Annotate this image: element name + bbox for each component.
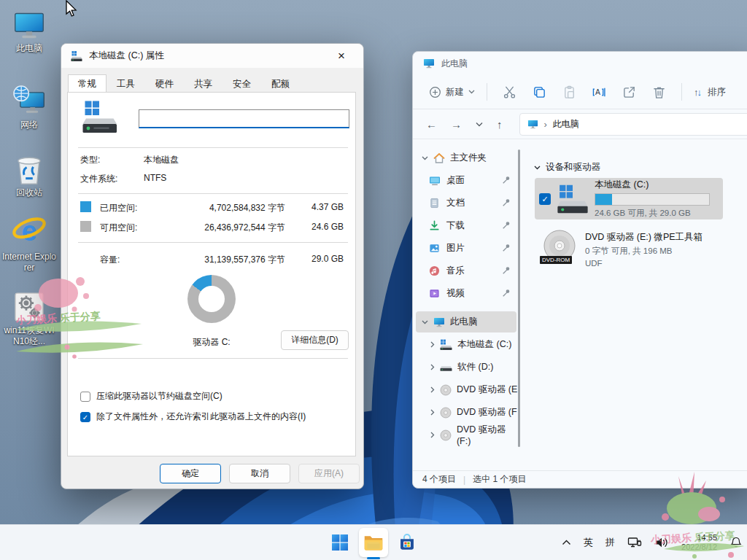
- item-checkbox[interactable]: ✓: [539, 193, 551, 205]
- sidebar-item-desktop[interactable]: 桌面: [413, 169, 522, 192]
- index-checkbox-row[interactable]: ✓ 除了文件属性外，还允许索引此驱动器上文件的内容(I): [80, 411, 306, 423]
- videos-icon: [429, 288, 440, 299]
- sidebar-scrollbar[interactable]: [518, 149, 520, 447]
- rename-icon[interactable]: A: [592, 85, 606, 99]
- dialog-tabs: 常规 工具 硬件 共享 安全 配额: [61, 68, 363, 94]
- chevron-right-icon[interactable]: [430, 432, 435, 438]
- clock-date: 2022/8/12: [681, 542, 717, 552]
- sidebar-item-this-pc[interactable]: 此电脑: [413, 311, 522, 333]
- up-button[interactable]: ↑: [497, 119, 503, 130]
- cancel-button[interactable]: 取消: [229, 464, 290, 483]
- used-gb: 4.37 GB: [291, 202, 344, 212]
- notification-bell-icon[interactable]: [729, 536, 743, 549]
- sidebar-item-dvd-drive-1[interactable]: DVD 驱动器 (E: [413, 378, 522, 401]
- chevron-down-icon[interactable]: [476, 122, 483, 127]
- address-bar[interactable]: › 此电脑: [519, 113, 747, 136]
- compress-checkbox-row[interactable]: 压缩此驱动器以节约磁盘空间(C): [80, 390, 222, 402]
- desktop-icon-internet-explorer[interactable]: e Internet Explorer: [1, 212, 58, 273]
- explorer-titlebar[interactable]: 此电脑: [413, 52, 747, 75]
- sidebar-label: 桌面: [446, 174, 465, 187]
- dvd-rom-icon: DVD-ROM: [541, 228, 578, 265]
- sidebar-item-downloads[interactable]: 下载: [413, 214, 522, 237]
- breadcrumb-separator: ›: [544, 119, 547, 130]
- index-checkbox[interactable]: ✓: [80, 412, 90, 422]
- network-tray-icon[interactable]: [627, 535, 642, 550]
- start-button[interactable]: [325, 528, 355, 557]
- volume-tray-icon[interactable]: [654, 535, 669, 550]
- microsoft-store-taskbar-button[interactable]: [392, 528, 422, 557]
- close-icon[interactable]: ×: [329, 49, 354, 63]
- chevron-right-icon[interactable]: [430, 386, 435, 393]
- explorer-title: 此电脑: [441, 58, 468, 70]
- sidebar-item-music[interactable]: 音乐: [413, 260, 522, 282]
- drive-c-icon: [440, 338, 452, 351]
- desktop-icon-label: 回收站: [1, 187, 58, 198]
- drive-item-dvd-e[interactable]: DVD-ROM DVD 驱动器 (E:) 微PE工具箱 0 字节 可用, 共 1…: [541, 228, 703, 270]
- desktop-icon-recycle-bin[interactable]: 回收站: [1, 154, 58, 198]
- desktop-folder-icon: [429, 175, 441, 187]
- desktop-icon-label: 网络: [1, 120, 58, 131]
- drive-info: 24.6 GB 可用, 共 29.0 GB: [595, 208, 719, 219]
- desktop-icon-this-pc[interactable]: 此电脑: [1, 9, 58, 54]
- free-color-swatch: [80, 221, 91, 232]
- desktop-icon-win11-restore[interactable]: win11恢复WIN10经...: [1, 290, 58, 347]
- new-button[interactable]: 新建: [425, 82, 479, 103]
- copy-icon[interactable]: [533, 85, 546, 99]
- dialog-titlebar[interactable]: 本地磁盘 (C:) 属性 ×: [61, 44, 363, 68]
- drive-filesystem: UDF: [585, 257, 703, 270]
- chevron-right-icon[interactable]: [430, 364, 435, 370]
- delete-icon[interactable]: [652, 85, 666, 99]
- sidebar-label: 视频: [446, 287, 465, 300]
- mouse-cursor: [63, 0, 79, 18]
- desktop: 此电脑 网络 回收站 e Internet Explorer: [0, 0, 747, 560]
- volume-label-input[interactable]: [139, 109, 349, 128]
- svg-text:A: A: [595, 88, 600, 96]
- clock-time: 14:55: [681, 533, 717, 542]
- sidebar-item-local-disk-c[interactable]: 本地磁盘 (C:): [413, 333, 522, 356]
- paste-icon[interactable]: [562, 85, 576, 99]
- details-button[interactable]: 详细信息(D): [281, 330, 349, 350]
- tray-expand-chevron-icon[interactable]: [562, 540, 571, 545]
- taskbar-clock[interactable]: 14:55 2022/8/12: [681, 533, 717, 552]
- music-icon: [429, 265, 440, 276]
- ime-mode-indicator[interactable]: 拼: [605, 536, 615, 549]
- drive-caption: 驱动器 C:: [168, 336, 255, 349]
- cut-icon[interactable]: [503, 85, 516, 99]
- separator: [78, 242, 348, 243]
- sort-button[interactable]: ↑↓ 排序: [689, 82, 730, 103]
- download-icon: [429, 220, 440, 231]
- sidebar-item-dvd-drive-3[interactable]: DVD 驱动器 (F:): [413, 424, 522, 446]
- apply-button[interactable]: 应用(A): [298, 464, 360, 483]
- ime-language-indicator[interactable]: 英: [584, 536, 593, 549]
- explorer-navbar: ← → ↑ › 此电脑: [413, 109, 747, 139]
- sidebar-item-videos[interactable]: 视频: [413, 282, 522, 305]
- sidebar-item-software-d[interactable]: 软件 (D:): [413, 356, 522, 378]
- share-icon[interactable]: [622, 85, 636, 99]
- ok-button[interactable]: 确定: [160, 464, 221, 483]
- chevron-right-icon[interactable]: [430, 409, 435, 416]
- forward-button[interactable]: →: [451, 119, 462, 130]
- desktop-icon-network[interactable]: 网络: [1, 85, 58, 131]
- sidebar-item-pictures[interactable]: 图片: [413, 237, 522, 260]
- capacity-gb: 29.0 GB: [291, 254, 344, 264]
- sidebar-item-dvd-drive-2[interactable]: DVD 驱动器 (F: [413, 401, 522, 424]
- pin-icon: [502, 221, 511, 230]
- sidebar-label: DVD 驱动器 (F: [457, 406, 517, 419]
- separator: [78, 147, 348, 148]
- drive-item-local-disk-c[interactable]: ✓ 本地磁盘 (C:) 24.6 GB 可用, 共 29.0 GB: [535, 178, 723, 219]
- explorer-sidebar: 主文件夹 桌面 文档 下载: [413, 139, 522, 470]
- explorer-content: 设备和驱动器 ✓ 本地磁盘 (C:) 24.6 GB 可用, 共 29.0 GB…: [522, 139, 747, 470]
- drive-icon: [440, 361, 452, 373]
- back-button[interactable]: ←: [426, 119, 437, 130]
- sidebar-item-home[interactable]: 主文件夹: [413, 147, 522, 169]
- section-header[interactable]: 设备和驱动器: [534, 161, 600, 174]
- pin-icon: [502, 289, 511, 298]
- file-explorer-taskbar-button[interactable]: [359, 528, 388, 557]
- sidebar-item-documents[interactable]: 文档: [413, 192, 522, 214]
- dvd-icon: [440, 384, 452, 396]
- breadcrumb[interactable]: 此电脑: [553, 118, 579, 131]
- used-color-swatch: [80, 201, 91, 212]
- chevron-right-icon[interactable]: [430, 341, 435, 348]
- free-gb: 24.6 GB: [291, 222, 344, 232]
- compress-checkbox[interactable]: [80, 392, 90, 402]
